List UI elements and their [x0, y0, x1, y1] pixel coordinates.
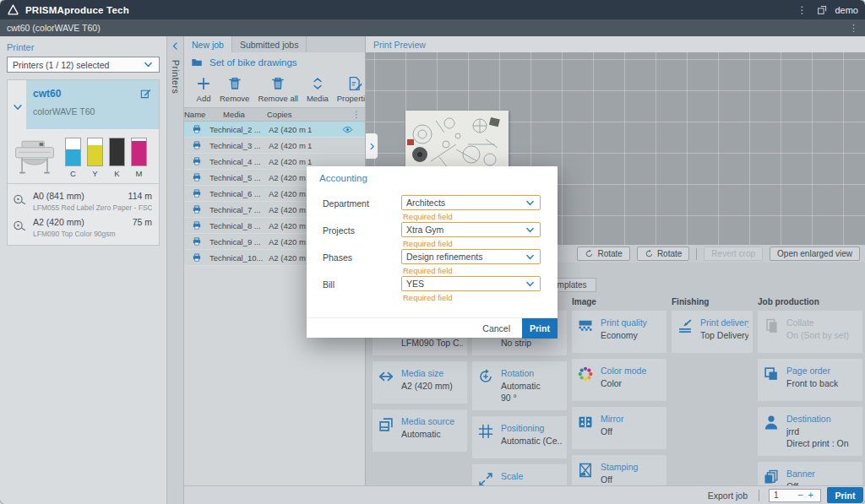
- job-row[interactable]: Technical_3 ... A2 (420 m 1: [184, 138, 365, 154]
- column-header[interactable]: Copies: [267, 110, 292, 119]
- open-enlarged-view-button[interactable]: Open enlarged view: [770, 247, 860, 261]
- required-field-hint: Required field: [403, 239, 541, 248]
- setting-tile[interactable]: Page order Front to back: [758, 359, 862, 401]
- job-media: A2 (420 m: [269, 189, 307, 198]
- setting-tile-icon: [577, 462, 596, 480]
- setting-value: Automatic (Ce...: [501, 435, 563, 447]
- rotate-left-button[interactable]: Rotate: [577, 247, 629, 261]
- copies-stepper[interactable]: 1 − +: [769, 489, 821, 502]
- job-media: A2 (420 m: [269, 141, 307, 150]
- toolbar-label: Properties: [337, 94, 365, 103]
- toolbar-button[interactable]: Add: [193, 76, 215, 103]
- setting-value: A2 (420 mm): [401, 380, 463, 392]
- setting-tile[interactable]: Mirror Off: [572, 407, 666, 449]
- dropdown-value: Xtra Gym: [406, 225, 525, 235]
- media-roll-name: LFM090 Top Color 90gsm: [33, 230, 152, 238]
- printer-context-bar: cwt60 (colorWAVE T60): [0, 19, 865, 36]
- copies-increase-button[interactable]: +: [806, 490, 816, 500]
- setting-title: Collate: [786, 317, 858, 329]
- print-preview-title: Print Preview: [373, 40, 426, 50]
- titlebar-menu-icon[interactable]: [797, 4, 807, 16]
- setting-tile-icon: [477, 368, 496, 387]
- media-roll-row[interactable]: A0 (841 mm) 114 m LFM055 Red Label Zero …: [8, 187, 159, 214]
- toolbar-label: Remove all: [258, 94, 298, 103]
- dialog-fields: Department Architects Required field Pro…: [307, 195, 558, 303]
- ink-label: Y: [92, 169, 97, 178]
- dialog-print-button[interactable]: Print: [522, 318, 558, 339]
- setting-value-2: 90 °: [501, 392, 563, 404]
- required-field-hint: Required field: [403, 266, 541, 275]
- setting-tile[interactable]: Positioning Automatic (Ce...: [472, 416, 567, 458]
- field-dropdown[interactable]: YES: [401, 276, 541, 291]
- printer-panel: Printer Printers (1 / 12) selected cwt60…: [0, 36, 166, 504]
- revert-crop-button[interactable]: Revert crop: [704, 247, 763, 261]
- media-roll-list: A0 (841 mm) 114 m LFM055 Red Label Zero …: [8, 183, 159, 245]
- setting-title: Media size: [401, 367, 463, 380]
- job-copies: 1: [307, 125, 324, 134]
- cancel-button[interactable]: Cancel: [471, 318, 522, 339]
- field-dropdown[interactable]: Xtra Gym: [401, 222, 541, 237]
- copies-decrease-button[interactable]: −: [795, 490, 805, 500]
- job-row[interactable]: Technical_2 ... A2 (420 m 1: [184, 122, 365, 138]
- setting-tile[interactable]: Collate On (Sort by set): [758, 311, 862, 353]
- app-switcher-icon[interactable]: [817, 4, 828, 15]
- job-set-row[interactable]: Set of bike drawings: [184, 52, 365, 72]
- setting-tile[interactable]: Print delivery Top Delivery T...: [672, 311, 753, 353]
- job-media: A2 (420 m: [269, 157, 307, 166]
- job-name: Technical_4 ...: [209, 157, 269, 166]
- setting-tile-icon: [763, 469, 781, 487]
- toolbar-button[interactable]: Media: [303, 76, 332, 103]
- printer-selector-value: Printers (1 / 12) selected: [13, 60, 143, 70]
- collapse-panel-icon[interactable]: [170, 41, 181, 51]
- setting-tile-icon: [677, 317, 695, 336]
- toolbar-button[interactable]: Properties: [334, 76, 365, 103]
- printer-selector[interactable]: Printers (1 / 12) selected: [7, 57, 160, 73]
- export-job-button[interactable]: Export job: [708, 490, 748, 501]
- job-media: A2 (420 m: [269, 205, 307, 214]
- setting-tile[interactable]: Destination jrrd Direct print : On: [758, 407, 862, 456]
- user-name[interactable]: demo: [835, 5, 858, 15]
- expand-preview-handle[interactable]: [366, 133, 378, 159]
- setting-tile[interactable]: Rotation Automatic 90 °: [472, 361, 567, 410]
- preview-eye-icon[interactable]: [342, 124, 353, 135]
- job-document-icon: [192, 204, 202, 214]
- collapse-printer-icon[interactable]: [12, 101, 24, 113]
- print-button[interactable]: Print: [827, 487, 863, 503]
- setting-value: Top Delivery T...: [700, 329, 748, 341]
- rotate-right-button[interactable]: Rotate: [637, 247, 689, 261]
- edit-printer-icon[interactable]: [139, 87, 152, 100]
- field-label: Phases: [323, 249, 401, 275]
- setting-title: Color mode: [601, 365, 662, 377]
- job-document-icon: [192, 188, 202, 198]
- tab-new-job[interactable]: New job: [184, 36, 232, 52]
- chevron-down-icon: [525, 252, 536, 263]
- setting-tile[interactable]: Print quality Economy: [572, 311, 666, 353]
- job-media: A2 (420 m: [269, 237, 307, 247]
- field-dropdown[interactable]: Architects: [401, 195, 541, 210]
- toolbar-button[interactable]: Remove all: [254, 76, 302, 103]
- job-document-icon: [192, 236, 202, 247]
- job-document-icon: [192, 124, 202, 134]
- copies-value[interactable]: 1: [774, 490, 795, 500]
- setting-tile-icon: [378, 368, 396, 387]
- printer-card-header[interactable]: cwt60 colorWAVE T60: [26, 80, 159, 129]
- setting-value-2: Direct print : On: [786, 437, 858, 449]
- toolbar-label: Remove: [220, 94, 249, 103]
- context-menu-icon[interactable]: [849, 23, 858, 34]
- printers-strip-label[interactable]: Printers: [171, 60, 181, 94]
- setting-tile-icon: [763, 414, 781, 432]
- table-menu-icon[interactable]: [352, 110, 361, 119]
- setting-tile-icon: [577, 317, 596, 336]
- printer-name: cwt60: [33, 88, 139, 100]
- job-name: Technical_9 ...: [209, 237, 269, 247]
- setting-tile[interactable]: Color mode Color: [572, 359, 666, 401]
- media-roll-row[interactable]: A2 (420 mm) 75 m LFM090 Top Color 90gsm: [8, 214, 159, 240]
- setting-tile[interactable]: Media size A2 (420 mm): [373, 361, 467, 404]
- setting-tile[interactable]: Media source Automatic: [373, 409, 467, 452]
- toolbar-button[interactable]: Remove: [216, 76, 253, 103]
- tab-submitted-jobs[interactable]: Submitted jobs: [232, 36, 307, 52]
- column-header[interactable]: Media: [223, 110, 267, 119]
- column-header[interactable]: Name: [184, 110, 223, 119]
- setting-title: Banner: [786, 468, 858, 480]
- field-dropdown[interactable]: Design refinements: [401, 249, 541, 264]
